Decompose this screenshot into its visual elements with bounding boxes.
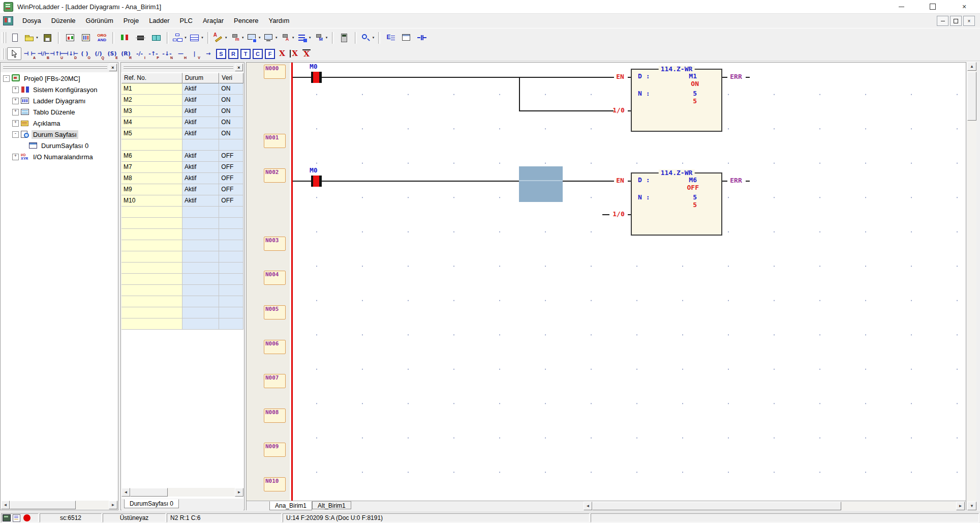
close-button[interactable]: × bbox=[948, 0, 980, 13]
table-cell[interactable]: OFF bbox=[219, 184, 243, 195]
table-cell[interactable] bbox=[121, 207, 182, 218]
vertical-line-button[interactable]: |V bbox=[188, 48, 201, 60]
contact-normally-open-button[interactable]: ⊣ ⊢A bbox=[23, 48, 37, 60]
table-cell[interactable]: Aktif bbox=[182, 184, 219, 195]
table-cell[interactable] bbox=[121, 296, 182, 307]
rung1-function-block[interactable]: 114.Z-WR D : M1 ON N : 5 5 bbox=[631, 69, 722, 132]
table-cell[interactable]: M7 bbox=[121, 162, 182, 173]
io-status-button[interactable] bbox=[117, 30, 133, 45]
network-label-n007[interactable]: N007 bbox=[264, 374, 286, 388]
save-project-button[interactable] bbox=[40, 30, 55, 45]
tree-panel-close-button[interactable]: × bbox=[109, 64, 117, 71]
table-cell[interactable] bbox=[219, 318, 243, 330]
dropdown-arrow-icon[interactable]: ▼ bbox=[184, 36, 187, 39]
menu-item-pencere[interactable]: Pencere bbox=[229, 14, 263, 28]
table-cell[interactable] bbox=[121, 263, 182, 274]
table-cell[interactable] bbox=[219, 229, 243, 240]
ladder-window-button[interactable] bbox=[78, 30, 94, 45]
ladder-network-button[interactable]: ▼ bbox=[188, 30, 205, 45]
scroll-left-icon[interactable]: ◄ bbox=[584, 502, 592, 510]
scroll-left-icon[interactable]: ◄ bbox=[1, 501, 10, 509]
tree-item-sistem-konfig-rasyon[interactable]: +Sistem Konfigürasyon bbox=[1, 84, 117, 95]
table-cell[interactable] bbox=[182, 285, 219, 296]
menu-item-ladder[interactable]: Ladder bbox=[144, 14, 174, 28]
coil-output-button[interactable]: ( )O bbox=[78, 48, 91, 60]
org-and-view-button[interactable]: ORGAND bbox=[94, 30, 110, 45]
menu-item-d-zenle[interactable]: Düzenle bbox=[46, 14, 81, 28]
table-cell[interactable]: ON bbox=[219, 95, 243, 106]
scrollbar-track[interactable] bbox=[76, 501, 109, 509]
edit-mode-button[interactable]: ▼ bbox=[212, 30, 229, 45]
tab-ana-birim1[interactable]: Ana_Birim1 bbox=[269, 501, 312, 510]
table-cell[interactable]: M2 bbox=[121, 95, 182, 106]
tree-item-tablo-d-zenle[interactable]: +Tablo Düzenle bbox=[1, 106, 117, 118]
function-block-s-button[interactable]: S bbox=[216, 48, 227, 60]
function-block-t-button[interactable]: T bbox=[240, 48, 251, 60]
table-cell[interactable] bbox=[121, 229, 182, 240]
table-cell[interactable] bbox=[219, 251, 243, 263]
select-pointer-button[interactable] bbox=[7, 47, 21, 60]
scroll-right-icon[interactable]: ► bbox=[956, 502, 965, 510]
mdi-close-button[interactable]: × bbox=[963, 16, 975, 26]
table-cell[interactable] bbox=[121, 307, 182, 318]
coil-reset-button[interactable]: (R)R bbox=[119, 48, 133, 60]
network-label-n006[interactable]: N006 bbox=[264, 340, 286, 354]
panel-drag-grip[interactable] bbox=[3, 66, 107, 69]
table-cell[interactable] bbox=[121, 318, 182, 330]
table-cell[interactable] bbox=[182, 139, 219, 151]
function-block-c-button[interactable]: C bbox=[252, 48, 263, 60]
tree-item-proje0-fbs-20mc[interactable]: -Proje0 [FBs-20MC] bbox=[1, 73, 117, 84]
table-cell[interactable]: M3 bbox=[121, 106, 182, 117]
dropdown-arrow-icon[interactable]: ▼ bbox=[201, 36, 204, 39]
scrollbar-track[interactable] bbox=[168, 488, 235, 497]
table-cell[interactable] bbox=[219, 240, 243, 251]
table-cell[interactable]: ON bbox=[219, 83, 243, 95]
chip-config-button[interactable] bbox=[133, 30, 148, 45]
network-label-n009[interactable]: N009 bbox=[264, 443, 286, 457]
table-cell[interactable] bbox=[219, 307, 243, 318]
scrollbar-thumb[interactable] bbox=[967, 72, 976, 121]
mdi-restore-button[interactable] bbox=[950, 16, 962, 26]
table-cell[interactable]: Aktif bbox=[182, 106, 219, 117]
table-cell[interactable] bbox=[121, 274, 182, 285]
table-cell[interactable] bbox=[182, 229, 219, 240]
status-list-button[interactable]: ▼ bbox=[296, 30, 313, 45]
minimize-button[interactable] bbox=[885, 0, 917, 13]
contact-rising-edge-button[interactable]: ⊣↑⊢U bbox=[50, 48, 64, 60]
table-horizontal-scrollbar[interactable]: ◄ ► bbox=[121, 488, 243, 497]
new-status-window-button[interactable] bbox=[399, 30, 414, 45]
selection-box[interactable] bbox=[519, 166, 563, 202]
table-cell[interactable]: M8 bbox=[121, 173, 182, 184]
table-cell[interactable] bbox=[182, 274, 219, 285]
project-tree-button[interactable]: ▼ bbox=[171, 30, 188, 45]
network-label-n003[interactable]: N003 bbox=[264, 237, 286, 251]
table-cell[interactable]: OFF bbox=[219, 173, 243, 184]
status-page-button[interactable] bbox=[383, 30, 399, 45]
expand-icon[interactable]: + bbox=[12, 120, 19, 127]
table-cell[interactable] bbox=[219, 139, 243, 151]
table-cell[interactable]: OFF bbox=[219, 195, 243, 207]
scrollbar-thumb[interactable] bbox=[592, 502, 841, 510]
online-edit-button[interactable]: ▼ bbox=[279, 30, 296, 45]
scroll-left-icon[interactable]: ◄ bbox=[121, 488, 130, 497]
table-cell[interactable]: Aktif bbox=[182, 83, 219, 95]
function-block-f-button[interactable]: F bbox=[264, 48, 275, 60]
dropdown-arrow-icon[interactable]: ▼ bbox=[309, 36, 312, 39]
scroll-right-icon[interactable]: ► bbox=[109, 501, 117, 509]
table-cell[interactable]: OFF bbox=[219, 162, 243, 173]
table-cell[interactable] bbox=[182, 318, 219, 330]
network-label-n005[interactable]: N005 bbox=[264, 305, 286, 319]
collapse-icon[interactable]: - bbox=[12, 131, 19, 138]
menu-item-yard-m[interactable]: Yardım bbox=[264, 14, 295, 28]
table-cell[interactable] bbox=[182, 218, 219, 229]
coil-negated-button[interactable]: (/)Q bbox=[91, 48, 105, 60]
expand-icon[interactable]: + bbox=[12, 98, 19, 104]
scrollbar-thumb[interactable] bbox=[130, 488, 168, 497]
zoom-button[interactable]: ▼ bbox=[359, 30, 376, 45]
tree-item-a-klama[interactable]: +Açıklama bbox=[1, 118, 117, 129]
contact-normally-closed-button[interactable]: ⊣/⊢B bbox=[37, 48, 50, 60]
ladder-canvas[interactable] bbox=[290, 63, 966, 501]
network-label-n001[interactable]: N001 bbox=[264, 134, 286, 148]
table-cell[interactable] bbox=[121, 218, 182, 229]
table-cell[interactable]: Aktif bbox=[182, 95, 219, 106]
